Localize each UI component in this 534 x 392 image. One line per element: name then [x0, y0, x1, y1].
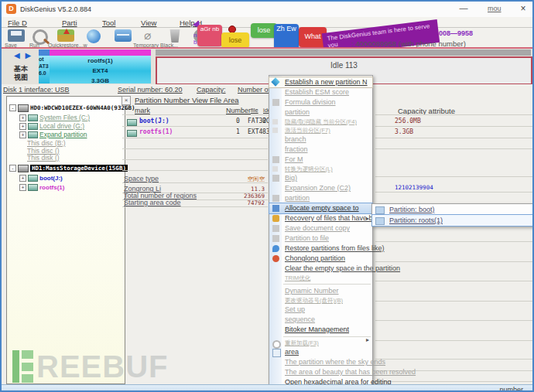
- partition-type: EXT4: [248, 128, 262, 135]
- tree-item-label: HD0:WDCWD10EZEX-60WN4A0(932GB): [30, 104, 135, 111]
- sticker: Zh Ew: [274, 24, 299, 50]
- quick-partition-icon[interactable]: [57, 29, 74, 42]
- panel-close-icon[interactable]: ×: [122, 96, 131, 105]
- tree-item-label: Local drive (G:): [39, 122, 84, 130]
- expand-icon[interactable]: -: [9, 104, 16, 111]
- tree-item-hd0-wdcwd10ezex-60wn4a[interactable]: -HD0:WDCWD10EZEX-60WN4A0(932GB): [9, 104, 135, 112]
- menu-for-m-icon: [272, 156, 279, 163]
- menu-item-label: TRIM优化: [285, 274, 310, 281]
- menu-big-icon: [272, 175, 279, 182]
- nav-arrows[interactable]: ◀ ▶: [14, 51, 33, 60]
- submenu-partition-roots[interactable]: Partition: roots(1): [372, 215, 534, 226]
- block-line: AT3: [39, 63, 50, 70]
- grid-line: [122, 206, 268, 207]
- expand-icon[interactable]: +: [19, 131, 26, 138]
- partition-mark[interactable]: rootfs(1): [139, 128, 173, 135]
- menu-partition-to-file[interactable]: Partition to file: [269, 233, 372, 244]
- menu-item-label: area: [285, 348, 299, 356]
- tree-item-boot-j-[interactable]: +boot(J:): [19, 174, 63, 182]
- menu-expansion-zone[interactable]: Expansion Zone (C2): [269, 183, 372, 193]
- menu-save-copy[interactable]: Save document copy: [269, 223, 372, 233]
- status-text: number: [499, 386, 523, 392]
- info-label: Starting area code: [124, 199, 181, 206]
- menu-allocate-space[interactable]: Allocate empty space to▸: [269, 203, 372, 213]
- restore-icon[interactable]: [87, 29, 101, 43]
- menu-clear-space[interactable]: Clear the empty space in the partition: [269, 264, 372, 274]
- expand-icon[interactable]: +: [19, 184, 26, 191]
- restore-button[interactable]: mou: [488, 5, 501, 12]
- menu-partition-2[interactable]: partition: [269, 193, 372, 203]
- menu-esm[interactable]: Establish ESM score: [269, 87, 372, 97]
- diskgenius-window: D DiskGenius V5.2.0.884 — mou × File DPa…: [0, 0, 534, 392]
- menu-restore-partitions[interactable]: Restore partitions from files like): [269, 244, 372, 254]
- menu-recover-files[interactable]: Recovery of files that have been...: [269, 213, 372, 223]
- menubar-item-view[interactable]: View: [141, 19, 156, 27]
- expand-icon[interactable]: +: [19, 123, 26, 130]
- partition-mark[interactable]: boot(J:): [139, 118, 169, 124]
- menu-hide-partition[interactable]: 隐藏/取消隐藏 当前分区(F4): [269, 118, 372, 126]
- menu-new-partition[interactable]: Establish a new partition N: [269, 77, 372, 87]
- menu-sky-ends[interactable]: The partition where the sky ends: [269, 357, 372, 367]
- volume-icon: [28, 175, 38, 182]
- menu-for-m[interactable]: For M: [269, 155, 372, 165]
- delete-icon[interactable]: [169, 29, 181, 43]
- expand-icon[interactable]: -: [9, 165, 16, 172]
- tree-item-local-drive-g-[interactable]: +Local drive (G:): [19, 122, 84, 130]
- tree-item-expand-partition[interactable]: +Expand partition: [19, 131, 87, 138]
- menu-big[interactable]: Big): [269, 173, 372, 183]
- grid-line: [375, 114, 534, 115]
- grid-line: [122, 148, 268, 149]
- menu-item-label: partition: [285, 108, 310, 116]
- tree-item-system-files-c-[interactable]: +System Files (C:): [19, 114, 90, 121]
- menu-item-label: The area of beauty that has been resolve…: [285, 368, 416, 376]
- menu-partition-to-file-icon: [272, 235, 279, 242]
- column-header-mark[interactable]: mark: [135, 107, 150, 114]
- partition-icon: [375, 206, 385, 214]
- save-icon[interactable]: [8, 29, 25, 42]
- tree-item-this-disc-b-[interactable]: This disc (B:): [27, 139, 66, 147]
- basic-view-tab[interactable]: 基本 视图: [11, 65, 31, 82]
- menu-item-label: Big): [285, 174, 297, 182]
- files-icon[interactable]: [115, 29, 132, 42]
- grid-line: [122, 170, 268, 171]
- menu-trim[interactable]: TRIM优化: [269, 274, 372, 282]
- menu-reload[interactable]: 重新加载(F3): [269, 339, 372, 347]
- menu-change-letter[interactable]: 更改驱动器号(盘符)(B): [269, 296, 372, 305]
- menu-restore-partitions-icon: [272, 245, 279, 252]
- menu-bitlocker[interactable]: Bitoker Management▸: [269, 325, 372, 335]
- boot-partition-block[interactable]: ot AT3 6.0: [39, 56, 50, 84]
- menu-activate-partition[interactable]: 激活当前分区(F7): [269, 126, 372, 135]
- menubar-item-tool[interactable]: Tool: [102, 19, 115, 27]
- tree-item-hd1-massstoragedevice-[interactable]: -HD1:MassStorageDevice(15GB): [9, 164, 128, 172]
- submenu-partition-boot[interactable]: Partition: boot): [372, 204, 534, 215]
- menu-convert-logical[interactable]: 转换为逻辑分区(L): [269, 165, 372, 173]
- menu-item-label: Chonglong partition: [285, 254, 345, 262]
- menu-dynamic-number[interactable]: Dynamic Number: [269, 286, 372, 296]
- tree-item-rootfs-1-[interactable]: +rootfs(1): [19, 183, 64, 191]
- menu-fraction[interactable]: fraction: [269, 145, 372, 155]
- cancel-icon[interactable]: ⌀: [144, 29, 161, 42]
- expand-icon[interactable]: +: [19, 175, 26, 182]
- menu-beauty-resolved[interactable]: The area of beauty that has been resolve…: [269, 367, 372, 377]
- rootfs-partition-block[interactable]: rootfs(1) EXT4 3.3GB: [50, 56, 151, 84]
- minimize-button[interactable]: —: [454, 3, 473, 15]
- menu-branch[interactable]: branch: [269, 135, 372, 145]
- tab-line: 视图: [11, 73, 31, 82]
- disk-info-segment: Disk 1 interface: USB: [3, 86, 70, 94]
- column-header-file[interactable]: file: [251, 107, 258, 114]
- phone-fragment: 008—9958: [439, 29, 473, 37]
- close-button[interactable]: ×: [515, 3, 531, 15]
- menu-formula-division[interactable]: Formula division: [269, 97, 372, 107]
- column-header-number[interactable]: Number: [226, 107, 251, 114]
- expand-icon[interactable]: +: [19, 114, 26, 121]
- menu-sequence[interactable]: sequence: [269, 315, 372, 325]
- menu-item-label: partition: [285, 194, 310, 202]
- menu-partition-1[interactable]: partition: [269, 107, 372, 118]
- menu-set-up[interactable]: Set up: [269, 305, 372, 315]
- menu-item-label: Partition to file: [285, 234, 329, 242]
- menubar-item-file[interactable]: File D: [8, 19, 27, 27]
- tree-item-this-disk-[interactable]: This disk (): [27, 154, 60, 162]
- submenu-item-label: Partition: roots(1): [389, 216, 443, 224]
- menu-area[interactable]: area: [269, 347, 372, 357]
- menu-chonglong[interactable]: Chonglong partition: [269, 254, 372, 264]
